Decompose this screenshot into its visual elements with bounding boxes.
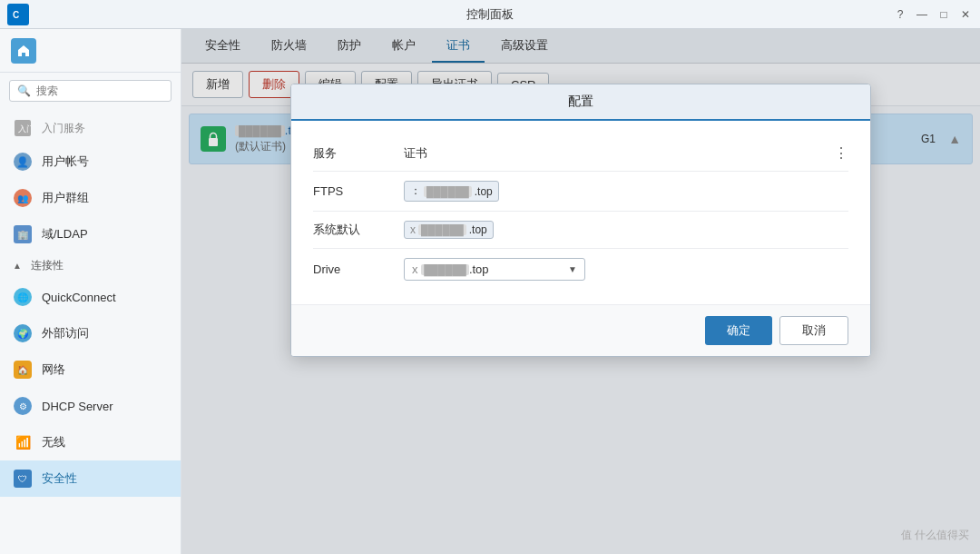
service-cell: 证书 ⋮ [404, 144, 848, 162]
prev-icon: 入门 [13, 118, 33, 138]
three-dots-button[interactable]: ⋮ [834, 144, 848, 162]
watermark: 值 什么值得买 [901, 528, 969, 543]
window-title: 控制面板 [466, 6, 514, 23]
security-icon: 🛡 [13, 469, 33, 489]
sidebar: 🔍 入门 入门服务 👤 用户帐号 [0, 29, 181, 554]
ftps-tld: .top [475, 185, 493, 198]
dialog-overlay: 配置 服务 证书 ⋮ FTPS [181, 29, 980, 554]
sidebar-item-external-access[interactable]: 🌍 外部访问 [0, 315, 181, 351]
default-value: x ██████.top [404, 221, 848, 239]
default-label: 系统默认 [313, 222, 404, 238]
sidebar-label-external: 外部访问 [42, 325, 89, 341]
search-icon: 🔍 [17, 84, 31, 97]
wifi-icon: 📶 [13, 432, 33, 452]
ftps-prefix: ： [410, 183, 421, 199]
sidebar-label-dhcp: DHCP Server [42, 400, 113, 413]
sidebar-item-prev[interactable]: 入门 入门服务 [0, 113, 181, 143]
cancel-button[interactable]: 取消 [779, 316, 848, 345]
titlebar: C 控制面板 ? — □ ✕ [0, 0, 980, 29]
window-controls: ? — □ ✕ [893, 7, 973, 22]
sidebar-label-wireless: 无线 [42, 434, 65, 450]
drive-tld: .top [469, 262, 489, 276]
maximize-button[interactable]: □ [936, 7, 951, 22]
sidebar-section-connectivity: ▲ 连接性 [0, 252, 181, 279]
content-area: 安全性 防火墙 防护 帐户 证书 高级设置 新增 删除 编辑 配置 导出证书 C… [181, 29, 980, 554]
sidebar-section-label: 连接性 [31, 258, 64, 273]
dialog-row-default: 系统默认 x ██████.top [313, 212, 848, 249]
sidebar-label-user-group: 用户群组 [42, 190, 89, 206]
drive-prefix: x [412, 262, 418, 276]
dialog-footer: 确定 取消 [291, 304, 870, 356]
sidebar-item-domain-ldap[interactable]: 🏢 域/LDAP [0, 216, 181, 252]
close-button[interactable]: ✕ [958, 7, 973, 22]
service-value: 证书 ⋮ [404, 144, 848, 162]
confirm-button[interactable]: 确定 [705, 316, 772, 345]
sidebar-item-quickconnect[interactable]: 🌐 QuickConnect [0, 279, 181, 315]
default-domain-hidden: ██████ [418, 224, 466, 235]
ftps-domain-hidden: ██████ [424, 186, 472, 197]
sidebar-label-network: 网络 [42, 361, 65, 378]
dialog-row-service: 服务 证书 ⋮ [313, 135, 848, 172]
sidebar-label-prev: 入门服务 [42, 121, 85, 136]
help-button[interactable]: ? [893, 7, 907, 22]
dropdown-arrow-icon: ▼ [568, 264, 577, 274]
sidebar-item-user-group[interactable]: 👥 用户群组 [0, 180, 181, 216]
ftps-tag: ： ██████.top [404, 181, 499, 202]
sidebar-item-dhcp[interactable]: ⚙ DHCP Server [0, 388, 181, 424]
sidebar-label-quickconnect: QuickConnect [42, 291, 116, 304]
drive-label: Drive [313, 262, 404, 276]
dialog-row-ftps: FTPS ： ██████.top [313, 172, 848, 212]
app-logo: C [7, 4, 29, 25]
sidebar-nav: 入门 入门服务 👤 用户帐号 👥 用户群组 🏢 [0, 109, 181, 554]
svg-text:C: C [13, 10, 19, 20]
drive-dropdown[interactable]: x ██████.top ▼ [404, 258, 585, 281]
dialog-title: 配置 [291, 84, 870, 121]
default-prefix: x [410, 223, 416, 236]
search-input[interactable] [36, 84, 163, 97]
search-box[interactable]: 🔍 [9, 80, 172, 102]
user-account-icon: 👤 [13, 152, 33, 172]
ftps-value: ： ██████.top [404, 181, 848, 202]
quickconnect-icon: 🌐 [13, 287, 33, 307]
network-icon: 🏠 [13, 360, 33, 380]
service-text: 证书 [404, 145, 427, 162]
drive-domain-hidden: ██████ [421, 264, 469, 275]
service-label: 服务 [313, 145, 404, 162]
domain-icon: 🏢 [13, 224, 33, 244]
default-tld: .top [469, 223, 487, 236]
sidebar-item-user-account[interactable]: 👤 用户帐号 [0, 143, 181, 180]
svg-text:入门: 入门 [18, 124, 31, 134]
config-dialog: 配置 服务 证书 ⋮ FTPS [290, 84, 871, 357]
external-access-icon: 🌍 [13, 323, 33, 343]
main-container: 🔍 入门 入门服务 👤 用户帐号 [0, 29, 980, 554]
default-tag: x ██████.top [404, 221, 494, 239]
drive-current-value: x ██████.top [412, 262, 489, 276]
ftps-label: FTPS [313, 184, 404, 198]
sidebar-label-user-account: 用户帐号 [42, 153, 89, 170]
user-group-icon: 👥 [13, 188, 33, 208]
sidebar-item-security[interactable]: 🛡 安全性 [0, 460, 181, 497]
sidebar-label-domain: 域/LDAP [42, 226, 88, 242]
minimize-button[interactable]: — [915, 7, 929, 22]
home-icon [11, 38, 36, 64]
dialog-body: 服务 证书 ⋮ FTPS ： [291, 121, 870, 304]
sidebar-label-security: 安全性 [42, 470, 77, 487]
home-button[interactable] [0, 29, 181, 73]
dhcp-icon: ⚙ [13, 396, 33, 416]
sidebar-item-wireless[interactable]: 📶 无线 [0, 424, 181, 460]
drive-value: x ██████.top ▼ [404, 258, 848, 281]
dialog-row-drive: Drive x ██████.top ▼ [313, 249, 848, 290]
chevron-down-icon: ▲ [13, 261, 22, 271]
sidebar-item-network[interactable]: 🏠 网络 [0, 351, 181, 388]
